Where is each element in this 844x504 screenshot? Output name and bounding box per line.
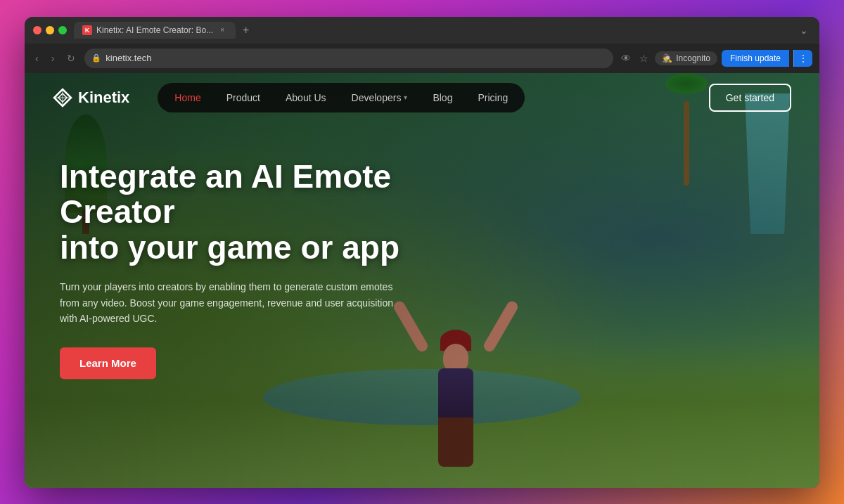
tab-close-button[interactable]: × — [217, 25, 227, 35]
title-bar: K Kinetix: AI Emote Creator: Bo... × + ⌄ — [25, 17, 819, 44]
nav-item-product[interactable]: Product — [215, 87, 271, 108]
title-bar-controls: ⌄ — [797, 23, 811, 37]
address-bar: ‹ › ↻ 🔒 kinetix.tech 👁 ☆ 🕵 Incognito Fin… — [25, 44, 819, 73]
hero-title-line1: Integrate an AI Emote Creator — [60, 158, 391, 231]
bookmark-icon[interactable]: ☆ — [637, 51, 651, 66]
nav-about-label: About Us — [286, 92, 326, 103]
tab-title: Kinetix: AI Emote Creator: Bo... — [96, 25, 213, 35]
nav-menu: Home Product About Us Developers ▾ Blog … — [158, 83, 525, 112]
minimize-traffic-light[interactable] — [46, 26, 54, 34]
finish-update-button[interactable]: Finish update — [722, 50, 789, 67]
site-nav: Kinetix Home Product About Us Developers… — [25, 73, 819, 122]
hero-title: Integrate an AI Emote Creator into your … — [60, 159, 468, 266]
eye-off-icon[interactable]: 👁 — [619, 51, 633, 66]
close-traffic-light[interactable] — [33, 26, 41, 34]
lock-icon: 🔒 — [91, 53, 101, 63]
incognito-label: Incognito — [676, 53, 710, 63]
nav-item-blog[interactable]: Blog — [421, 87, 463, 108]
hero-subtitle: Turn your players into creators by enabl… — [60, 280, 411, 327]
nav-product-label: Product — [226, 92, 260, 103]
hero-section: Integrate an AI Emote Creator into your … — [60, 159, 468, 380]
url-text: kinetix.tech — [106, 53, 606, 63]
site-logo[interactable]: Kinetix — [53, 88, 129, 108]
nav-home-label: Home — [174, 92, 200, 103]
nav-pricing-label: Pricing — [478, 92, 508, 103]
nav-item-pricing[interactable]: Pricing — [466, 87, 519, 108]
learn-more-button[interactable]: Learn More — [60, 348, 156, 380]
nav-blog-label: Blog — [433, 92, 452, 103]
browser-tab[interactable]: K Kinetix: AI Emote Creator: Bo... × — [74, 22, 236, 39]
nav-item-home[interactable]: Home — [163, 87, 212, 108]
nav-item-about[interactable]: About Us — [274, 87, 338, 108]
nav-item-developers[interactable]: Developers ▾ — [340, 87, 419, 108]
address-bar-input[interactable]: 🔒 kinetix.tech — [84, 49, 613, 68]
hero-title-line2: into your game or app — [60, 229, 399, 266]
address-bar-right: 👁 ☆ 🕵 Incognito Finish update ⋮ — [619, 50, 812, 67]
incognito-icon: 🕵 — [662, 53, 672, 63]
traffic-lights — [33, 26, 67, 34]
refresh-button[interactable]: ↻ — [63, 50, 79, 67]
finish-update-kebab-button[interactable]: ⋮ — [793, 50, 812, 67]
get-started-button[interactable]: Get started — [709, 84, 791, 112]
chevron-down-icon: ▾ — [404, 93, 407, 101]
tab-bar: K Kinetix: AI Emote Creator: Bo... × + — [74, 22, 797, 39]
website-content: Kinetix Home Product About Us Developers… — [25, 73, 819, 488]
nav-developers-label: Developers — [352, 92, 402, 103]
maximize-traffic-light[interactable] — [58, 26, 67, 34]
incognito-indicator: 🕵 Incognito — [655, 51, 717, 65]
browser-window: K Kinetix: AI Emote Creator: Bo... × + ⌄… — [25, 17, 819, 488]
forward-button[interactable]: › — [48, 50, 58, 67]
tab-favicon: K — [82, 25, 92, 35]
back-button[interactable]: ‹ — [32, 50, 42, 67]
logo-text: Kinetix — [78, 89, 129, 107]
new-tab-button[interactable]: + — [238, 24, 253, 37]
title-bar-menu-button[interactable]: ⌄ — [797, 23, 811, 37]
logo-icon — [53, 88, 72, 108]
